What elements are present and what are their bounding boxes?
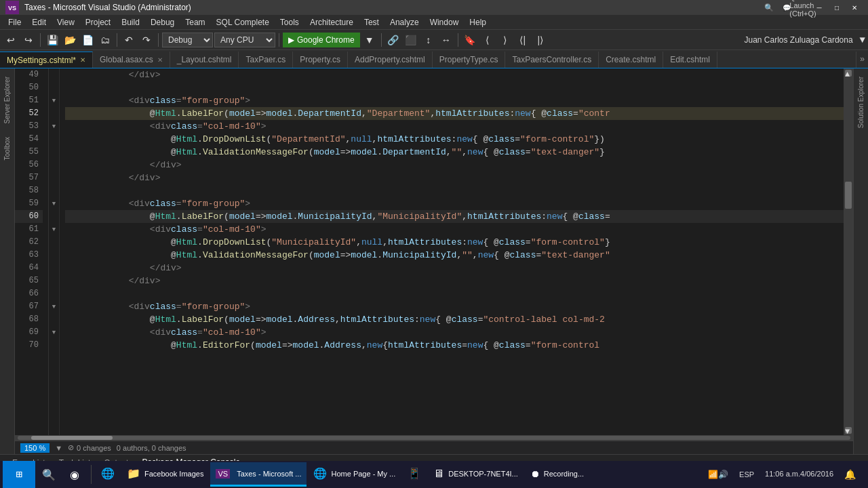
tab-close[interactable]: ✕ <box>80 56 85 64</box>
app-title: Taxes - Microsoft Visual Studio (Adminis… <box>24 3 761 12</box>
scroll-down-btn[interactable]: ▼ <box>845 427 852 434</box>
run-button[interactable]: ▶ Google Chrome <box>283 33 360 47</box>
menu-team[interactable]: Team <box>180 16 210 28</box>
code-line-53: <div class="col-md-10"> <box>65 120 844 133</box>
toolbar-btn-nav1[interactable]: ⟨ <box>479 32 496 48</box>
toolbar-btn-step[interactable]: ↕ <box>420 32 437 48</box>
tab-propertytype[interactable]: PropertyType.cs <box>433 52 506 68</box>
tab-property[interactable]: Property.cs <box>293 52 348 68</box>
tab-label: AddProperty.cshtml <box>355 55 425 64</box>
quick-launch[interactable]: Quick Launch (Ctrl+Q) <box>796 0 810 11</box>
fold-69[interactable]: ▼ <box>49 326 59 339</box>
menu-project[interactable]: Project <box>80 16 116 28</box>
minimize-button[interactable]: ─ <box>811 0 827 15</box>
tab-global[interactable]: Global.asax.cs ✕ <box>93 52 170 68</box>
h-scroll-track[interactable] <box>18 436 850 440</box>
menu-view[interactable]: View <box>52 16 80 28</box>
taskbar-search-btn[interactable]: 🔍 <box>37 462 61 487</box>
toolbar-btn-redo[interactable]: ↷ <box>138 32 155 48</box>
language-indicator[interactable]: ESP <box>735 461 758 488</box>
taskbar-ie-btn[interactable]: 🌐 <box>96 462 120 487</box>
menu-build[interactable]: Build <box>116 16 145 28</box>
system-clock[interactable]: 11:06 a.m. 4/06/2016 <box>761 461 837 488</box>
tab-close[interactable]: ✕ <box>157 56 163 64</box>
menu-test[interactable]: Test <box>359 16 384 28</box>
server-explorer-tab[interactable]: Server Explorer <box>1 71 13 129</box>
fold-67[interactable]: ▼ <box>49 300 59 313</box>
run-target-label: Google Chrome <box>297 35 355 45</box>
toolbar-btn-nav3[interactable]: ⟨| <box>515 32 531 48</box>
notification-btn[interactable]: 🔔 <box>840 461 860 488</box>
menu-architecture[interactable]: Architecture <box>304 16 359 28</box>
scroll-up-btn[interactable]: ▲ <box>845 70 852 77</box>
toolbar-btn-save[interactable]: 💾 <box>44 32 60 48</box>
tab-addproperty[interactable]: AddProperty.cshtml <box>348 52 433 68</box>
tab-taxpaer[interactable]: TaxPaer.cs <box>239 52 293 68</box>
debug-mode-dropdown[interactable]: Debug Release <box>162 33 213 47</box>
cpu-dropdown[interactable]: Any CPU x86 x64 <box>214 33 275 47</box>
main-layout: Server Explorer Toolbox 49 50 51 52 53 5… <box>0 68 868 454</box>
toolbar-btn-saveas[interactable]: 🗂 <box>97 32 113 48</box>
volume-icon: 🔊 <box>718 470 728 479</box>
toolbar-btn-forward[interactable]: ↪ <box>20 32 37 48</box>
tab-create[interactable]: Create.cshtml <box>599 52 663 68</box>
system-tray: 📶 🔊 ESP 11:06 a.m. 4/06/2016 🔔 <box>704 461 865 488</box>
taskbar-file-explorer-btn[interactable]: 📁 Facebook Images <box>121 462 209 487</box>
toolbar-btn-nav4[interactable]: |⟩ <box>532 32 549 48</box>
toolbar-btn-breakpoint[interactable]: ⬛ <box>403 32 419 48</box>
menu-window[interactable]: Window <box>425 16 465 28</box>
scroll-thumb[interactable] <box>845 182 852 209</box>
tabs-scroll-right[interactable]: » <box>856 52 868 68</box>
toolbar-btn-open[interactable]: 📂 <box>62 32 78 48</box>
tab-label: _Layout.cshtml <box>177 55 232 64</box>
tray-icons[interactable]: 📶 🔊 <box>704 461 732 488</box>
taskbar-vs-btn[interactable]: VS Taxes - Microsoft ... <box>210 462 307 487</box>
tab-edit[interactable]: Edit.cshtml <box>663 52 717 68</box>
code-line-49: </div> <box>65 68 844 81</box>
toolbar-btn-bookmark[interactable]: 🔖 <box>462 32 478 48</box>
run-dropdown-btn[interactable]: ▼ <box>361 32 378 48</box>
menu-sql[interactable]: SQL Complete <box>211 16 275 28</box>
toolbar-btn-undo[interactable]: ↶ <box>121 32 137 48</box>
line-49: 49 <box>15 68 43 81</box>
maximize-button[interactable]: □ <box>829 0 845 15</box>
menu-analyze[interactable]: Analyze <box>384 16 425 28</box>
start-button[interactable]: ⊞ <box>3 461 35 488</box>
fold-51[interactable]: ▼ <box>49 94 59 107</box>
fold-59[interactable]: ▼ <box>49 197 59 210</box>
toolbar-search-icon[interactable]: 🔍 <box>761 0 777 15</box>
close-button[interactable]: ✕ <box>846 0 863 15</box>
user-icon[interactable]: ▼ <box>860 35 865 45</box>
menu-debug[interactable]: Debug <box>145 16 180 28</box>
tab-taxpaerscontroller[interactable]: TaxPaersController.cs <box>505 52 599 68</box>
taskbar-recording-btn[interactable]: ⏺ Recording... <box>525 462 589 487</box>
toolbar-btn-back[interactable]: ↩ <box>3 32 19 48</box>
fold-61[interactable]: ▼ <box>49 223 59 236</box>
solution-explorer-tab[interactable]: Solution Explorer <box>855 71 867 134</box>
toolbox-tab[interactable]: Toolbox <box>1 131 13 165</box>
tab-mysettings[interactable]: MySettings.cshtml* ✕ <box>0 52 93 68</box>
toolbar-btn-nav2[interactable]: ⟩ <box>497 32 513 48</box>
menu-file[interactable]: File <box>3 16 26 28</box>
fold-53[interactable]: ▼ <box>49 120 59 133</box>
taskbar-desktop-btn[interactable]: 🖥 DESKTOP-7NET4I... <box>428 462 524 487</box>
taskbar-chrome-btn[interactable]: 🌐 Home Page - My ... <box>308 462 401 487</box>
tab-layout[interactable]: _Layout.cshtml <box>170 52 239 68</box>
menu-tools[interactable]: Tools <box>275 16 304 28</box>
zoom-dropdown[interactable]: ▼ <box>55 444 62 452</box>
taskbar-mobile-btn[interactable]: 📱 <box>402 462 427 487</box>
menu-help[interactable]: Help <box>464 16 492 28</box>
h-scroll-thumb[interactable] <box>31 436 113 440</box>
toolbar-btn-new[interactable]: 📄 <box>79 32 96 48</box>
toolbar-btn-attach[interactable]: 🔗 <box>385 32 401 48</box>
editor-area: 49 50 51 52 53 54 55 56 57 58 59 60 61 6… <box>15 68 853 454</box>
vertical-scrollbar[interactable]: ▲ ▼ <box>844 68 853 435</box>
scroll-track[interactable] <box>845 77 852 427</box>
horizontal-scrollbar[interactable] <box>15 435 853 441</box>
code-content[interactable]: </div> <div class="form-group"> @Html.La… <box>60 68 844 435</box>
ie-icon: 🌐 <box>101 467 115 480</box>
menu-edit[interactable]: Edit <box>26 16 52 28</box>
zoom-label[interactable]: 150 % <box>20 443 50 453</box>
taskbar-cortana-btn[interactable]: ◉ <box>62 462 87 487</box>
toolbar-btn-step2[interactable]: ↔ <box>438 32 454 48</box>
